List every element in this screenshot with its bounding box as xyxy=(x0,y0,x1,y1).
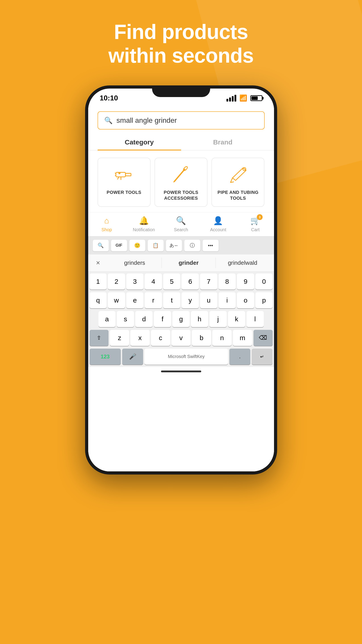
tab-category[interactable]: Category xyxy=(98,134,181,150)
autocomplete-words: grinders grinder grindelwald xyxy=(108,258,270,268)
svg-line-7 xyxy=(175,169,185,181)
key-3[interactable]: 3 xyxy=(126,274,144,290)
key-i[interactable]: i xyxy=(219,292,236,308)
autocomplete-word-0[interactable]: grinders xyxy=(108,258,162,268)
key-5[interactable]: 5 xyxy=(163,274,181,290)
svg-line-12 xyxy=(230,182,234,182)
key-f[interactable]: f xyxy=(154,311,171,327)
category-card-power-tools[interactable]: POWER TOOLS xyxy=(98,158,151,207)
nav-search-label: Search xyxy=(174,227,188,232)
category-brand-tabs: Category Brand xyxy=(88,134,274,150)
key-h[interactable]: h xyxy=(191,311,208,327)
autocomplete-dismiss[interactable]: ✕ xyxy=(93,258,103,268)
key-6[interactable]: 6 xyxy=(181,274,199,290)
autocomplete-word-1[interactable]: grinder xyxy=(162,258,216,268)
nav-cart-label: Cart xyxy=(251,227,259,232)
key-shift[interactable]: ⇧ xyxy=(90,330,109,346)
category-label-power-tools-accessories: POWER TOOLS ACCESSORIES xyxy=(159,190,203,201)
key-v[interactable]: v xyxy=(172,330,191,346)
key-mic[interactable]: 🎤 xyxy=(122,348,143,365)
key-7[interactable]: 7 xyxy=(200,274,217,290)
nav-account[interactable]: 👤 Account xyxy=(200,212,237,236)
key-0[interactable]: 0 xyxy=(255,274,273,290)
number-row: 1 2 3 4 5 6 7 8 9 0 xyxy=(88,272,274,290)
nav-cart[interactable]: 🛒 3 Cart xyxy=(237,212,274,236)
status-icons: 📶 xyxy=(226,94,262,102)
kb-info-btn[interactable]: ⓘ xyxy=(184,240,200,251)
kb-search-btn[interactable]: 🔍 xyxy=(93,240,109,251)
key-q[interactable]: q xyxy=(90,292,107,308)
phone-shell: 10:10 📶 🔍 small angle gr xyxy=(85,86,277,474)
kb-gif-btn[interactable]: GIF xyxy=(111,240,127,251)
key-1[interactable]: 1 xyxy=(90,274,107,290)
key-z[interactable]: z xyxy=(110,330,129,346)
svg-line-11 xyxy=(230,178,232,182)
phone-mockup: 10:10 📶 🔍 small angle gr xyxy=(85,86,277,640)
tab-brand[interactable]: Brand xyxy=(181,134,265,150)
key-c[interactable]: c xyxy=(151,330,170,346)
search-bar-icon: 🔍 xyxy=(104,116,113,124)
key-g[interactable]: g xyxy=(173,311,189,327)
key-x[interactable]: x xyxy=(130,330,150,346)
search-bar[interactable]: 🔍 small angle grinder xyxy=(98,111,265,130)
category-label-pipe-tubing-tools: PIPE AND TUBING TOOLS xyxy=(215,190,260,201)
autocomplete-row: ✕ grinders grinder grindelwald xyxy=(88,254,274,272)
phone-screen: 10:10 📶 🔍 small angle gr xyxy=(88,88,274,471)
key-u[interactable]: u xyxy=(200,292,217,308)
key-d[interactable]: d xyxy=(135,311,153,327)
nav-shop[interactable]: ⌂ Shop xyxy=(88,212,125,236)
key-2[interactable]: 2 xyxy=(108,274,125,290)
key-m[interactable]: m xyxy=(233,330,252,346)
key-space[interactable]: Microsoft SwiftKey xyxy=(145,348,228,365)
headline-line2: within seconds xyxy=(108,44,254,67)
svg-point-8 xyxy=(183,166,188,171)
category-card-power-tools-accessories[interactable]: POWER TOOLS ACCESSORIES xyxy=(155,158,207,207)
kb-more-btn[interactable]: ••• xyxy=(202,240,219,251)
kb-translate-btn[interactable]: あ↔ xyxy=(166,240,182,251)
svg-rect-1 xyxy=(126,173,131,176)
key-p[interactable]: p xyxy=(255,292,273,308)
nav-notification[interactable]: 🔔 Notification xyxy=(125,212,162,236)
key-9[interactable]: 9 xyxy=(237,274,254,290)
key-k[interactable]: k xyxy=(228,311,245,327)
key-l[interactable]: l xyxy=(247,311,264,327)
key-j[interactable]: j xyxy=(209,311,227,327)
search-container: 🔍 small angle grinder xyxy=(88,105,274,134)
category-card-pipe-tubing-tools[interactable]: PIPE AND TUBING TOOLS xyxy=(211,158,264,207)
nav-account-label: Account xyxy=(210,227,226,232)
battery-icon xyxy=(250,95,262,101)
key-y[interactable]: y xyxy=(181,292,199,308)
key-t[interactable]: t xyxy=(163,292,181,308)
autocomplete-word-2[interactable]: grindelwald xyxy=(216,258,270,268)
search-input[interactable]: small angle grinder xyxy=(117,116,258,124)
key-w[interactable]: w xyxy=(108,292,125,308)
key-e[interactable]: e xyxy=(126,292,144,308)
key-4[interactable]: 4 xyxy=(145,274,162,290)
nav-search[interactable]: 🔍 Search xyxy=(162,212,199,236)
key-period[interactable]: . xyxy=(229,348,250,365)
keyboard-toolbar: 🔍 GIF 🙂 📋 あ↔ ⓘ ••• xyxy=(88,236,274,254)
key-return[interactable]: ↵ xyxy=(252,348,273,365)
key-b[interactable]: b xyxy=(192,330,211,346)
key-8[interactable]: 8 xyxy=(219,274,236,290)
key-o[interactable]: o xyxy=(237,292,254,308)
key-s[interactable]: s xyxy=(117,311,134,327)
power-tools-icon xyxy=(113,165,135,185)
svg-line-9 xyxy=(174,180,176,182)
kb-sticker-btn[interactable]: 🙂 xyxy=(129,240,145,251)
key-n[interactable]: n xyxy=(212,330,232,346)
cart-wrapper: 🛒 3 xyxy=(250,216,260,226)
wifi-icon: 📶 xyxy=(239,94,247,102)
kb-clipboard-btn[interactable]: 📋 xyxy=(148,240,164,251)
key-a[interactable]: a xyxy=(98,311,116,327)
key-r[interactable]: r xyxy=(145,292,162,308)
svg-point-4 xyxy=(119,172,120,174)
nav-notification-label: Notification xyxy=(133,227,155,232)
signal-icon xyxy=(226,95,236,102)
home-indicator xyxy=(88,367,274,376)
key-numbers[interactable]: 123 xyxy=(90,348,121,365)
home-bar xyxy=(161,370,201,372)
key-backspace[interactable]: ⌫ xyxy=(253,330,273,346)
account-icon: 👤 xyxy=(213,216,223,226)
status-time: 10:10 xyxy=(100,94,118,102)
